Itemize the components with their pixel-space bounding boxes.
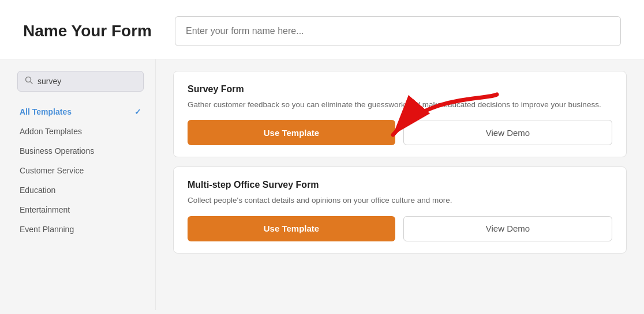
template-card-survey-form: Survey Form Gather customer feedback so …: [173, 71, 627, 157]
sidebar: All Templates ✓ Addon Templates Business…: [0, 59, 156, 310]
svg-line-1: [31, 82, 33, 84]
template-actions-2: Use Template View Demo: [188, 216, 612, 241]
sidebar-item-event-planning[interactable]: Event Planning: [17, 220, 144, 239]
use-template-button-survey[interactable]: Use Template: [188, 120, 395, 145]
form-name-input[interactable]: [175, 16, 621, 46]
template-description-2: Collect people's contact details and opi…: [188, 195, 612, 206]
use-template-button-multi-step[interactable]: Use Template: [188, 216, 395, 241]
sidebar-item-customer-service[interactable]: Customer Service: [17, 161, 144, 180]
sidebar-item-entertainment[interactable]: Entertainment: [17, 200, 144, 220]
page-title: Name Your Form: [23, 22, 152, 40]
search-icon: [25, 76, 33, 86]
template-title: Survey Form: [188, 84, 612, 94]
checkmark-icon: ✓: [134, 107, 141, 116]
template-card-multi-step-office-survey: Multi-step Office Survey Form Collect pe…: [173, 167, 627, 253]
template-title-2: Multi-step Office Survey Form: [188, 180, 612, 190]
view-demo-button-survey[interactable]: View Demo: [403, 120, 612, 145]
template-description: Gather customer feedback so you can elim…: [188, 99, 612, 111]
header: Name Your Form: [0, 0, 644, 59]
sidebar-item-addon-templates[interactable]: Addon Templates: [17, 122, 144, 141]
view-demo-button-multi-step[interactable]: View Demo: [403, 216, 612, 241]
search-box[interactable]: [17, 71, 144, 92]
template-actions: Use Template View Demo: [188, 120, 612, 145]
sidebar-item-all-templates[interactable]: All Templates ✓: [17, 102, 144, 122]
search-input[interactable]: [38, 77, 136, 86]
content-area: All Templates ✓ Addon Templates Business…: [0, 59, 644, 310]
sidebar-item-business-operations[interactable]: Business Operations: [17, 141, 144, 161]
sidebar-item-education[interactable]: Education: [17, 180, 144, 200]
templates-list: Survey Form Gather customer feedback so …: [156, 59, 644, 310]
nav-list: All Templates ✓ Addon Templates Business…: [17, 102, 144, 239]
